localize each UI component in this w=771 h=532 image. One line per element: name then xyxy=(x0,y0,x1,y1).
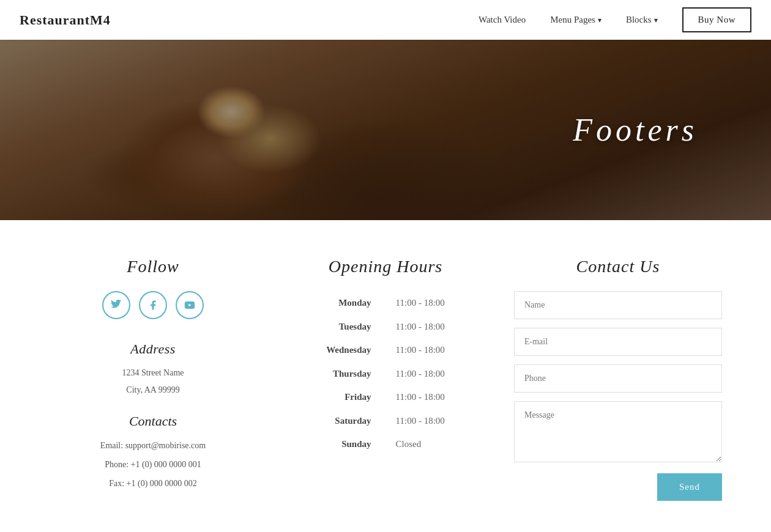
email-input[interactable] xyxy=(514,328,722,356)
buy-now-button[interactable]: Buy Now xyxy=(682,7,751,32)
hours-heading: Opening Hours xyxy=(281,257,490,276)
hero-section: Footers xyxy=(0,40,771,220)
hours-time: 11:00 - 18:00 xyxy=(384,362,457,386)
hours-time: Closed xyxy=(384,432,457,456)
follow-heading: Follow xyxy=(49,257,257,276)
contact-email: Email: support@mobirise.com xyxy=(49,437,257,456)
contact-fax: Fax: +1 (0) 000 0000 002 xyxy=(49,475,257,493)
hours-day: Monday xyxy=(314,291,383,315)
social-icons xyxy=(49,291,257,319)
twitter-icon[interactable] xyxy=(102,291,130,319)
contact-column: Contact Us Send xyxy=(514,257,722,501)
contact-phone: Phone: +1 (0) 000 0000 001 xyxy=(49,456,257,475)
send-button[interactable]: Send xyxy=(657,473,722,501)
navbar: RestaurantM4 Watch Video Menu Pages▾ Blo… xyxy=(0,0,771,40)
contacts-text: Email: support@mobirise.com Phone: +1 (0… xyxy=(49,437,257,493)
contacts-heading: Contacts xyxy=(49,413,257,429)
hours-day: Thursday xyxy=(314,362,383,386)
contact-heading: Contact Us xyxy=(514,257,722,276)
nav-menu-pages[interactable]: Menu Pages▾ xyxy=(550,15,602,25)
hours-time: 11:00 - 18:00 xyxy=(384,291,457,315)
nav-blocks[interactable]: Blocks▾ xyxy=(626,15,658,25)
follow-column: Follow Address 1234 Street Name City, AA… xyxy=(49,257,257,501)
hours-row: Thursday 11:00 - 18:00 xyxy=(314,362,457,386)
facebook-icon[interactable] xyxy=(139,291,167,319)
nav-brand[interactable]: RestaurantM4 xyxy=(20,12,111,28)
hours-column: Opening Hours Monday 11:00 - 18:00 Tuesd… xyxy=(281,257,490,501)
youtube-icon[interactable] xyxy=(176,291,204,319)
address-line1: 1234 Street Name xyxy=(49,364,257,382)
hours-time: 11:00 - 18:00 xyxy=(384,338,457,362)
hours-row: Tuesday 11:00 - 18:00 xyxy=(314,315,457,339)
hours-row: Sunday Closed xyxy=(314,432,457,456)
phone-input[interactable] xyxy=(514,364,722,393)
hours-row: Monday 11:00 - 18:00 xyxy=(314,291,457,315)
nav-watch-video[interactable]: Watch Video xyxy=(479,15,526,25)
hours-time: 11:00 - 18:00 xyxy=(384,385,457,409)
name-input[interactable] xyxy=(514,291,722,319)
address-heading: Address xyxy=(49,341,257,357)
address-line2: City, AA 99999 xyxy=(49,382,257,399)
nav-links: Watch Video Menu Pages▾ Blocks▾ Buy Now xyxy=(479,7,751,32)
hero-title: Footers xyxy=(573,112,698,148)
hours-row: Saturday 11:00 - 18:00 xyxy=(314,409,457,433)
footer-section: Follow Address 1234 Street Name City, AA… xyxy=(0,220,771,532)
hours-row: Wednesday 11:00 - 18:00 xyxy=(314,338,457,362)
message-input[interactable] xyxy=(514,401,722,462)
hours-row: Friday 11:00 - 18:00 xyxy=(314,385,457,409)
address-text: 1234 Street Name City, AA 99999 xyxy=(49,364,257,399)
hours-day: Saturday xyxy=(314,409,383,433)
hours-time: 11:00 - 18:00 xyxy=(384,409,457,433)
hours-day: Wednesday xyxy=(314,338,383,362)
hours-day: Tuesday xyxy=(314,315,383,339)
hours-day: Friday xyxy=(314,385,383,409)
hours-day: Sunday xyxy=(314,432,383,456)
hours-time: 11:00 - 18:00 xyxy=(384,315,457,339)
hours-table: Monday 11:00 - 18:00 Tuesday 11:00 - 18:… xyxy=(314,291,457,456)
